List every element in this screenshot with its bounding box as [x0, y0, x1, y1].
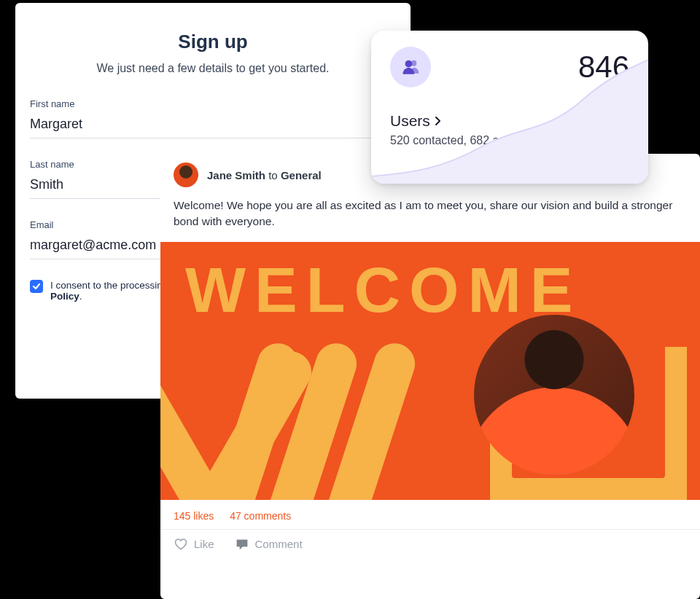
- post-likes-count[interactable]: 145 likes: [174, 510, 214, 522]
- heart-icon: [174, 537, 188, 552]
- comment-button[interactable]: Comment: [235, 538, 303, 551]
- post-author-avatar[interactable]: [174, 163, 198, 187]
- comment-label: Comment: [255, 538, 303, 550]
- first-name-input[interactable]: [30, 112, 396, 138]
- post-byline: Jane Smith to General: [207, 169, 322, 181]
- stat-label-link[interactable]: Users: [390, 112, 629, 130]
- users-icon-badge: [390, 47, 431, 87]
- post-meta-row: 145 likes 47 comments: [160, 500, 700, 530]
- post-author-name[interactable]: Jane Smith: [207, 169, 265, 181]
- stat-value: 846: [578, 50, 629, 85]
- post-actions-row: Like Comment: [160, 530, 700, 562]
- stat-subtext: 520 contacted, 682 activated: [390, 134, 629, 147]
- post-comments-count[interactable]: 47 comments: [230, 510, 291, 522]
- signup-subtitle: We just need a few details to get you st…: [30, 62, 396, 75]
- hero-graphic-shapes: [160, 332, 452, 500]
- stat-label-text: Users: [390, 112, 430, 130]
- hero-welcome-text: WELCOME: [160, 242, 700, 322]
- post-card: Jane Smith to General Welcome! We hope y…: [160, 154, 700, 599]
- chevron-right-icon: [435, 116, 442, 126]
- consent-text-prefix: I consent to the processing: [50, 280, 168, 291]
- consent-text-suffix: .: [79, 291, 82, 302]
- stat-card: 846 Users 520 contacted, 682 activated: [371, 31, 648, 184]
- like-label: Like: [194, 538, 214, 550]
- signup-title: Sign up: [30, 31, 396, 53]
- consent-checkbox[interactable]: [30, 280, 43, 293]
- users-icon: [400, 57, 421, 77]
- post-body-text: Welcome! We hope you are all as excited …: [160, 193, 700, 242]
- post-hero-image: WELCOME: [160, 242, 700, 500]
- first-name-field-group: First name: [30, 98, 396, 138]
- post-channel-name[interactable]: General: [281, 169, 322, 181]
- like-button[interactable]: Like: [174, 537, 214, 552]
- post-to-word: to: [268, 169, 278, 181]
- hero-person-photo: [474, 315, 634, 475]
- svg-point-1: [411, 60, 416, 66]
- check-icon: [32, 282, 41, 291]
- consent-text: I consent to the processing Policy.: [50, 280, 168, 302]
- first-name-label: First name: [30, 98, 396, 109]
- consent-policy-link[interactable]: Policy: [50, 291, 79, 302]
- comment-icon: [235, 538, 249, 551]
